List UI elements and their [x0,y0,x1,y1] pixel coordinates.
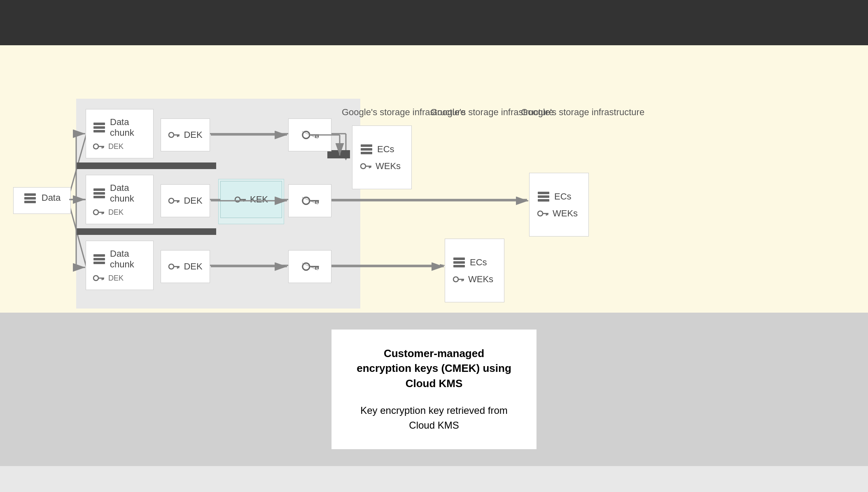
dek-box-2: DEK [161,184,210,217]
svg-rect-73 [361,144,372,147]
svg-rect-74 [361,148,372,151]
svg-rect-87 [453,258,465,260]
svg-rect-75 [361,152,372,154]
server-icon-s3 [453,257,466,268]
key-icon-edek2 [301,195,319,207]
connector-bar-top [76,162,216,169]
key-icon-chunk3 [93,274,104,282]
legend-box: Customer-managed encryption keys (CMEK) … [331,329,537,450]
kek-label: KEK [250,194,268,205]
chunk1-label2: chunk [110,128,134,138]
server-icon-chunk1 [93,122,106,133]
key-icon-edek3 [301,261,319,272]
server-icon-s2 [537,191,550,202]
svg-rect-88 [453,261,465,264]
data-chunk-3: Data chunk DEK [86,241,154,290]
key-icon-chunk2 [93,209,104,216]
chunk3-label2: chunk [110,259,134,270]
s1-weks-label: WEKs [376,161,401,172]
svg-rect-28 [93,188,105,191]
chunk1-sublabel: DEK [108,142,124,151]
svg-point-31 [93,210,98,215]
key-icon-edek1 [301,129,319,141]
dek2-label: DEK [184,195,202,206]
svg-point-83 [538,211,543,216]
svg-point-50 [169,264,174,269]
svg-rect-82 [538,199,549,202]
server-icon-data [23,193,37,204]
chunk2-label1: Data [110,183,134,193]
dek-box-3: DEK [161,250,210,283]
key-icon-s2 [537,210,548,217]
data-chunk-1: Data chunk DEK [86,109,154,158]
s3-ecs-label: ECs [470,257,487,268]
dek1-label: DEK [184,130,202,140]
legend-title: Customer-managed encryption keys (CMEK) … [356,346,512,391]
svg-point-38 [93,276,98,281]
key-icon-dek2 [168,197,180,204]
svg-rect-37 [93,262,105,264]
svg-rect-81 [538,195,549,198]
s2-weks-label: WEKs [553,208,578,219]
top-bar [0,0,868,45]
server-icon-chunk3 [93,253,106,265]
svg-rect-18 [24,193,36,196]
chunk3-sublabel: DEK [108,274,124,283]
data-chunk-2: Data chunk DEK [86,175,154,224]
key-icon-chunk1 [93,143,104,150]
svg-point-46 [169,198,174,203]
svg-rect-19 [24,197,36,200]
svg-rect-22 [93,126,105,129]
svg-rect-29 [93,192,105,195]
svg-rect-21 [93,123,105,125]
storage-box-2: ECs WEKs [529,173,589,237]
svg-rect-80 [538,192,549,194]
kek-box: KEK [220,181,282,218]
encrypted-dek-1 [288,118,331,151]
data-box: Data [13,187,71,214]
connector-bar-mid [76,228,216,235]
encrypted-dek-2 [288,184,331,217]
bottom-area: Customer-managed encryption keys (CMEK) … [0,313,868,466]
chunk2-sublabel: DEK [108,208,124,217]
data-label: Data [42,193,61,203]
s3-weks-label: WEKs [468,274,493,285]
key-icon-dek1 [168,131,180,139]
svg-point-24 [93,144,98,149]
svg-point-54 [235,197,240,202]
svg-rect-20 [24,201,36,203]
key-icon-s1 [360,162,371,170]
dek-box-1: DEK [161,118,210,151]
svg-point-42 [169,132,174,137]
server-icon-s1 [360,144,373,155]
chunk3-label1: Data [110,248,134,259]
main-diagram-area: Google's storage infrastructure Google's… [0,45,868,313]
legend-description: Key encryption key retrieved from Cloud … [356,403,512,433]
key-icon-kek [234,196,246,203]
svg-rect-89 [453,265,465,267]
s1-ecs-label: ECs [377,144,394,155]
chunk2-label2: chunk [110,193,134,204]
storage-box-1: ECs WEKs [352,125,412,189]
s2-ecs-label: ECs [554,191,572,202]
key-icon-s3 [453,276,464,283]
chunk1-label1: Data [110,117,134,128]
server-icon-chunk2 [93,188,106,199]
svg-rect-23 [93,130,105,132]
key-icon-dek3 [168,263,180,270]
svg-rect-36 [93,258,105,260]
svg-point-90 [453,277,458,282]
svg-rect-30 [93,196,105,198]
dek3-label: DEK [184,261,202,272]
storage-box-3: ECs WEKs [445,239,504,302]
svg-point-76 [361,164,366,169]
svg-rect-35 [93,254,105,257]
encrypted-dek-3 [288,250,331,283]
connector-bar-right [327,150,350,158]
